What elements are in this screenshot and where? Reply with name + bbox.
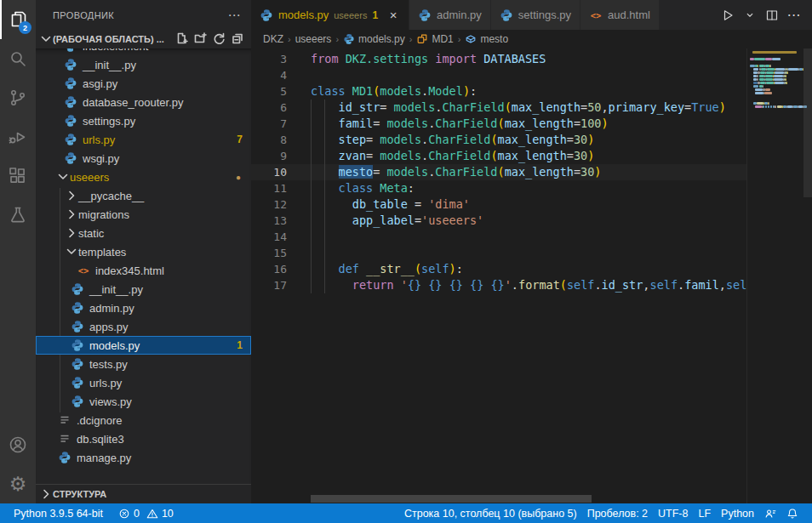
new-folder-icon[interactable] bbox=[193, 31, 207, 47]
tree-item-manage.py[interactable]: manage.py bbox=[36, 448, 251, 467]
workspace-section-header[interactable]: (РАБОЧАЯ ОБЛАСТЬ) ... bbox=[36, 30, 251, 48]
code-line-14[interactable]: 14 bbox=[251, 229, 746, 245]
tab-admin.py[interactable]: admin.py bbox=[409, 0, 491, 30]
vertical-scrollbar[interactable] bbox=[803, 48, 812, 197]
status-notifications[interactable] bbox=[781, 508, 803, 520]
tree-item-wsgi.py[interactable]: wsgi.py bbox=[36, 149, 251, 168]
breadcrumb-DKZ[interactable]: DKZ bbox=[263, 33, 283, 45]
code-line-6[interactable]: 6 id_str= models.CharField(max_length=50… bbox=[251, 99, 746, 116]
tree-item-label: settings.py bbox=[83, 115, 135, 128]
minimap-line bbox=[777, 105, 782, 108]
tree-item-urls.py[interactable]: urls.py7 bbox=[36, 130, 251, 149]
code-line-11[interactable]: 11 class Meta: bbox=[251, 180, 746, 196]
code-line-9[interactable]: 9 zvan= models.CharField(max_length=30) bbox=[251, 148, 746, 164]
activity-run-debug-icon[interactable] bbox=[0, 117, 36, 156]
breadcrumb-useeers[interactable]: useeers bbox=[295, 33, 332, 45]
horizontal-scrollbar[interactable] bbox=[311, 495, 592, 503]
outline-section-header[interactable]: СТРУКТУРА bbox=[36, 484, 251, 503]
tree-item-indexelement[interactable]: indexelement bbox=[36, 48, 251, 55]
line-number: 14 bbox=[251, 229, 287, 245]
activity-source-control-icon[interactable] bbox=[0, 78, 36, 117]
code-line-17[interactable]: 17 return '{} {} {} {} {}'.format(self.i… bbox=[251, 277, 746, 293]
tree-item-views.py[interactable]: views.py bbox=[36, 392, 251, 411]
breadcrumb-models.py[interactable]: models.py bbox=[343, 33, 405, 45]
status-problems[interactable]: 010 bbox=[113, 503, 179, 523]
activity-explorer-icon[interactable]: 2 bbox=[0, 0, 36, 39]
sidebar-title: ПРОВОДНИК bbox=[53, 10, 114, 20]
tree-item-settings.py[interactable]: settings.py bbox=[36, 111, 251, 130]
activity-settings-gear-icon[interactable]: ⚙ bbox=[0, 464, 36, 503]
tree-item-index345.html[interactable]: <>index345.html bbox=[36, 261, 251, 280]
close-icon[interactable]: × bbox=[386, 8, 400, 22]
code-line-5[interactable]: 5class MD1(models.Model): bbox=[251, 83, 746, 99]
tree-item-database_roouter.py[interactable]: database_roouter.py bbox=[36, 93, 251, 111]
status-python-interpreter[interactable]: Python 3.9.5 64-bit bbox=[9, 503, 108, 523]
code-line-16[interactable]: 16 def __str__(self): bbox=[251, 261, 746, 277]
activity-search-icon[interactable] bbox=[0, 39, 36, 78]
tab-aud.html[interactable]: <>aud.html bbox=[580, 0, 660, 30]
status-cursor-position[interactable]: Строка 10, столбец 10 (выбрано 5) bbox=[399, 508, 582, 520]
python-file-icon bbox=[64, 95, 77, 109]
code-line-13[interactable]: 13 app_label='useeers' bbox=[251, 213, 746, 229]
code-line-4[interactable]: 4 bbox=[251, 67, 746, 83]
line-number: 5 bbox=[251, 83, 287, 99]
tree-item-db.sqlite3[interactable]: db.sqlite3 bbox=[36, 429, 251, 448]
feedback-icon bbox=[764, 508, 776, 520]
run-dropdown-icon[interactable] bbox=[741, 6, 759, 25]
tree-item-apps.py[interactable]: apps.py bbox=[36, 317, 251, 336]
python-file-icon bbox=[71, 357, 84, 371]
breadcrumb-mesto[interactable]: mesto bbox=[465, 33, 508, 45]
explorer-more-actions-icon[interactable]: ⋯ bbox=[228, 8, 241, 23]
refresh-icon[interactable] bbox=[212, 31, 226, 47]
new-folder-icon bbox=[193, 31, 207, 45]
tree-item-tests.py[interactable]: tests.py bbox=[36, 355, 251, 373]
minimap[interactable] bbox=[750, 50, 803, 503]
chevron-right-icon bbox=[65, 226, 78, 240]
tree-item-templates[interactable]: templates bbox=[36, 242, 251, 261]
tree-item-__init__.py[interactable]: __init__.py bbox=[36, 280, 251, 298]
status-language-mode[interactable]: Python bbox=[716, 508, 759, 520]
tab-settings.py[interactable]: settings.py bbox=[491, 0, 580, 30]
tree-item-static[interactable]: static bbox=[36, 224, 251, 242]
more-actions-icon[interactable]: ⋯ bbox=[785, 6, 803, 25]
code-line-8[interactable]: 8 step= models.CharField(max_length=30) bbox=[251, 132, 746, 148]
text-file-icon bbox=[58, 413, 71, 427]
run-icon[interactable] bbox=[718, 6, 737, 25]
tree-item-useeers[interactable]: useeers● bbox=[36, 168, 251, 186]
status-eol[interactable]: LF bbox=[693, 508, 716, 520]
activity-testing-icon[interactable] bbox=[0, 196, 36, 235]
tree-item-__pycache__[interactable]: __pycache__ bbox=[36, 186, 251, 205]
python-file-icon bbox=[64, 95, 77, 109]
collapse-all-icon[interactable] bbox=[231, 31, 244, 47]
status-indentation[interactable]: Пробелов: 2 bbox=[582, 508, 653, 520]
code-line-12[interactable]: 12 db_table = 'dima' bbox=[251, 196, 746, 213]
tree-item-migrations[interactable]: migrations bbox=[36, 205, 251, 224]
tab-models.py[interactable]: models.pyuseeers1× bbox=[251, 0, 409, 30]
chevron-down-icon bbox=[56, 170, 70, 184]
tree-item-__init__.py[interactable]: __init__.py bbox=[36, 55, 251, 74]
python-file-icon bbox=[260, 9, 273, 22]
split-editor-icon[interactable] bbox=[763, 6, 781, 25]
minimap-line bbox=[770, 65, 771, 67]
tree-item-urls.py[interactable]: urls.py bbox=[36, 373, 251, 392]
tree-item-asgi.py[interactable]: asgi.py bbox=[36, 74, 251, 93]
tab-bar: models.pyuseeers1×admin.pysettings.py<>a… bbox=[251, 0, 812, 30]
activity-extensions-icon[interactable] bbox=[0, 156, 36, 196]
code-line-3[interactable]: 3from DKZ.settings import DATABASES bbox=[251, 51, 746, 67]
class-symbol-icon bbox=[416, 33, 428, 45]
tree-item-.dcignore[interactable]: .dcignore bbox=[36, 411, 251, 429]
new-file-icon[interactable] bbox=[174, 31, 188, 47]
code-line-7[interactable]: 7 famil= models.CharField(max_length=100… bbox=[251, 116, 746, 132]
code-line-10[interactable]: 10 mesto= models.CharField(max_length=30… bbox=[251, 164, 746, 180]
status-feedback[interactable] bbox=[759, 508, 781, 520]
breadcrumb-MD1[interactable]: MD1 bbox=[416, 33, 453, 45]
activity-accounts-icon[interactable] bbox=[0, 425, 36, 464]
status-encoding[interactable]: UTF-8 bbox=[653, 508, 693, 520]
code-editor[interactable]: 3from DKZ.settings import DATABASES45cla… bbox=[251, 48, 812, 503]
tree-item-models.py[interactable]: models.py1 bbox=[36, 336, 251, 355]
code-line-15[interactable]: 15 bbox=[251, 245, 746, 261]
tab-detail: useeers bbox=[334, 10, 367, 20]
minimap-line bbox=[772, 58, 780, 60]
chevron-right-icon bbox=[65, 226, 78, 240]
tree-item-admin.py[interactable]: admin.py bbox=[36, 298, 251, 317]
